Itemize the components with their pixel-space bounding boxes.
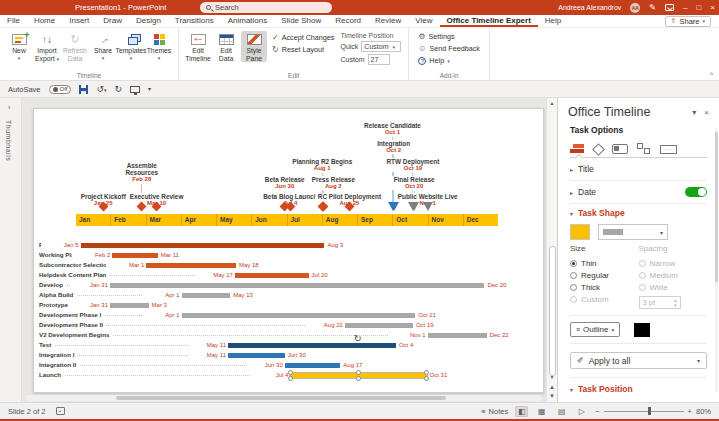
tab-design[interactable]: Design	[129, 15, 168, 27]
tab-slide-show[interactable]: Slide Show	[274, 15, 328, 27]
selection-handle[interactable]	[356, 370, 361, 375]
new-button[interactable]: + New ▾	[6, 31, 32, 61]
avatar[interactable]: AA	[630, 3, 640, 13]
slideshow-from-start-icon[interactable]	[130, 86, 140, 93]
scroll-down-icon[interactable]: ▼	[547, 374, 557, 380]
outline-button[interactable]: ≡ Outline ▾	[570, 322, 620, 337]
milestone-marker-triangle[interactable]	[389, 202, 399, 211]
reset-layout-button[interactable]: ↻ Reset Layout	[272, 45, 334, 54]
view-reading-icon[interactable]: ▤	[555, 406, 568, 417]
previous-slide-icon[interactable]: ▲	[547, 384, 557, 390]
next-slide-icon[interactable]: ▼	[547, 393, 557, 399]
section-title[interactable]: ▸ Title	[570, 158, 707, 181]
task-label[interactable]: Helpdesk Content Plan	[39, 271, 109, 279]
vertical-scrollbar[interactable]: ▲ ▼ ▲ ▼	[546, 98, 557, 402]
qat-overflow-icon[interactable]: ▾	[148, 84, 151, 94]
tab-help[interactable]: Help	[538, 15, 568, 27]
milestone-label[interactable]: Press ReleaseAug 2	[310, 176, 357, 190]
share-button[interactable]: ⇧ Share ▾	[665, 16, 711, 27]
milestone-label[interactable]: Beta ReleaseJun 30	[263, 176, 307, 190]
tab-review[interactable]: Review	[368, 15, 408, 27]
help-button[interactable]: ? Help ▾	[418, 56, 480, 65]
selection-handle[interactable]	[288, 376, 293, 381]
section-date[interactable]: ▸ Date	[570, 181, 707, 204]
tab-task-milestone-icon[interactable]	[612, 144, 628, 154]
tab-elapsed-time-icon[interactable]: ···	[660, 145, 677, 154]
import-export-button[interactable]: ↑↓ Import Export ▾	[34, 31, 60, 63]
accept-changes-button[interactable]: ✓ Accept Changes	[272, 33, 334, 42]
pane-close-icon[interactable]: ×	[704, 108, 709, 117]
fill-color-swatch[interactable]	[570, 224, 590, 240]
view-slide-sorter-icon[interactable]: ▦	[535, 406, 548, 417]
zoom-slider[interactable]	[604, 411, 684, 412]
task-label[interactable]: Development Phase II	[39, 321, 106, 329]
scroll-up-icon[interactable]: ▲	[547, 100, 557, 106]
tab-milestone-icon[interactable]	[592, 143, 605, 156]
task-bar-test[interactable]	[228, 343, 396, 348]
task-bar-working-plans[interactable]	[112, 253, 157, 258]
milestone-marker-triangle[interactable]	[423, 202, 433, 211]
milestone-label[interactable]: Release CandidateOct 1	[362, 122, 423, 136]
task-label[interactable]: Integration II	[39, 361, 79, 369]
tab-transitions[interactable]: Transitions	[168, 15, 221, 27]
tab-animations[interactable]: Animations	[221, 15, 275, 27]
selection-handle[interactable]	[424, 376, 429, 381]
task-label[interactable]: Alpha Build	[39, 291, 76, 299]
selection-handle[interactable]	[288, 370, 293, 375]
task-label[interactable]: Launch	[39, 371, 64, 379]
size-option-thick[interactable]: Thick	[570, 281, 639, 293]
zoom-level[interactable]: 80%	[696, 407, 711, 416]
redo-icon[interactable]: ↻	[115, 84, 123, 94]
outline-color-swatch[interactable]	[634, 323, 650, 337]
task-bar-development-phase-ii[interactable]	[345, 323, 413, 328]
milestone-marker-triangle[interactable]	[409, 202, 419, 211]
task-label[interactable]: Subcontractor Selection	[39, 261, 114, 269]
task-label[interactable]: Integration I	[39, 351, 77, 359]
task-label[interactable]: Development Phase I	[39, 311, 104, 319]
task-bar-alpha-build[interactable]	[182, 293, 231, 298]
size-option-regular[interactable]: Regular	[570, 269, 639, 281]
task-bar-integration-ii[interactable]	[285, 363, 341, 368]
zoom-in-icon[interactable]: +	[688, 407, 692, 416]
size-option-thin[interactable]: Thin	[570, 257, 639, 269]
send-feedback-button[interactable]: ☺ Send Feedback	[418, 44, 480, 53]
task-bar-integration-i[interactable]	[228, 353, 285, 358]
undo-icon[interactable]: ↺▾	[96, 84, 106, 95]
account-name[interactable]: Andreea Alexandrov	[558, 4, 621, 11]
ribbon-display-options-icon[interactable]	[665, 4, 674, 11]
month-band[interactable]: JanFebMarAprMayJunJulAugSepOctNovDec	[76, 214, 498, 226]
close-button[interactable]: ×	[710, 0, 715, 15]
notes-button[interactable]: ≡ Notes	[481, 407, 508, 416]
section-task-position[interactable]: ▾ Task Position	[570, 377, 707, 395]
task-bar-development-phase-i[interactable]	[182, 313, 416, 318]
selection-handle[interactable]	[424, 370, 429, 375]
pane-options-chevron-icon[interactable]: ▾	[692, 108, 696, 117]
autosave-toggle[interactable]: Off	[49, 85, 72, 94]
slide[interactable]: JanFebMarAprMayJunJulAugSepOctNovDec Pro…	[33, 108, 544, 393]
task-label[interactable]: Prototype	[39, 301, 71, 309]
tab-draw[interactable]: Draw	[96, 15, 129, 27]
task-bar-plan[interactable]	[81, 243, 325, 248]
edit-data-button[interactable]: Edit Data	[213, 31, 239, 62]
task-bar-subcontractor-selection[interactable]	[146, 263, 236, 268]
rotate-handle[interactable]: ↻	[353, 334, 361, 344]
themes-button[interactable]: Themes ▾	[146, 31, 172, 61]
scrollbar-thumb[interactable]	[549, 246, 556, 376]
thumbnails-rail[interactable]: › Thumbnails	[0, 98, 22, 402]
tab-file[interactable]: File	[0, 15, 27, 27]
accessibility-icon[interactable]: •	[56, 407, 65, 415]
tab-home[interactable]: Home	[27, 15, 62, 27]
shape-style-select[interactable]: ▾	[598, 224, 668, 240]
pane-scrollbar[interactable]	[715, 128, 718, 392]
minimize-button[interactable]: –	[683, 0, 687, 15]
save-icon[interactable]	[79, 85, 88, 94]
editing-mode-icon[interactable]: ✎	[649, 0, 656, 15]
maximize-button[interactable]: □	[696, 0, 701, 15]
zoom-slider-thumb[interactable]	[648, 407, 651, 415]
task-bar-prototype[interactable]	[110, 303, 149, 308]
task-bar-develop[interactable]	[110, 283, 484, 288]
custom-position-input[interactable]: 27	[368, 54, 390, 65]
templates-button[interactable]: Templates ▾	[118, 31, 144, 61]
expand-thumbnails-icon[interactable]: ›	[8, 104, 10, 111]
settings-button[interactable]: ⚙ Settings	[418, 32, 480, 41]
